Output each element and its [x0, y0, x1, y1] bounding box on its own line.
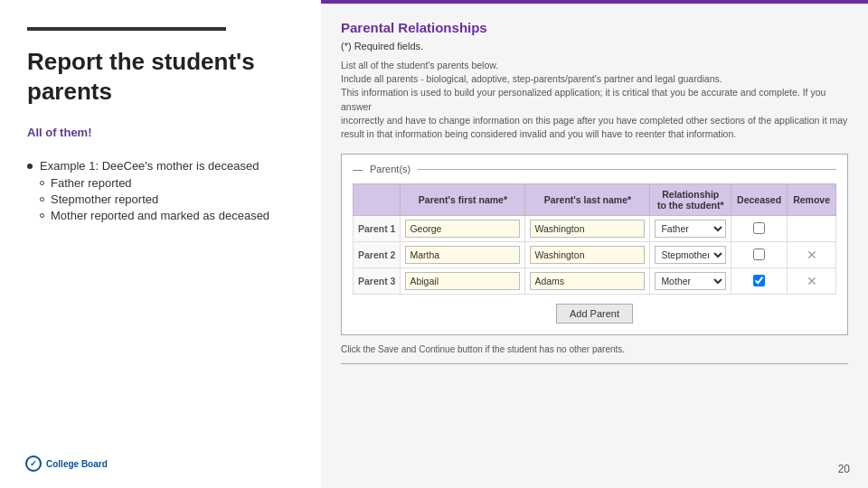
- form-title: Parental Relationships: [341, 20, 848, 35]
- subtitle: All of them!: [27, 126, 294, 139]
- section-header-label: —: [353, 164, 363, 174]
- example-label: Example 1: DeeCee's mother is deceased: [40, 159, 259, 173]
- page-number: 20: [838, 463, 850, 475]
- bullet-dot: [27, 164, 33, 169]
- left-panel: Report the student's parents All of them…: [0, 0, 321, 488]
- relationship-cell-1[interactable]: Father Mother Stepmother Stepfather: [650, 216, 731, 242]
- table-row: Parent 1 Father Mother Stepmother: [354, 216, 836, 242]
- row-label-1: Parent 1: [354, 216, 401, 242]
- sub-list-item: Mother reported and marked as deceased: [40, 209, 269, 222]
- deceased-cell-2[interactable]: [731, 242, 788, 268]
- deceased-cell-1[interactable]: [731, 216, 788, 242]
- required-note: (*) Required fields.: [341, 41, 848, 52]
- row-label-3: Parent 3: [354, 268, 401, 295]
- bullet-2: Stepmother reported: [51, 192, 158, 206]
- parents-section: — Parent(s) Parent's first name* Parent'…: [341, 154, 848, 335]
- right-content: Parental Relationships (*) Required fiel…: [321, 4, 868, 377]
- remove-cell-1: [788, 216, 836, 242]
- main-bullet-list: Example 1: DeeCee's mother is deceased F…: [27, 159, 294, 230]
- table-header-row: Parent's first name* Parent's last name*…: [354, 184, 836, 216]
- col-header-remove: Remove: [788, 184, 836, 216]
- first-name-input-1[interactable]: [405, 220, 520, 238]
- last-name-input-3[interactable]: [530, 272, 645, 290]
- last-name-cell-3[interactable]: [525, 268, 650, 295]
- right-panel: Parental Relationships (*) Required fiel…: [321, 0, 868, 488]
- slide-title: Report the student's parents: [27, 47, 294, 106]
- college-board-logo: ✓ College Board: [25, 455, 108, 472]
- relationship-select-3[interactable]: Father Mother Stepmother Stepfather: [655, 272, 726, 290]
- col-header-first-name: Parent's first name*: [401, 184, 525, 216]
- add-parent-button[interactable]: Add Parent: [556, 304, 633, 324]
- relationship-cell-2[interactable]: Father Mother Stepmother Stepfather: [650, 242, 731, 268]
- deceased-cell-3[interactable]: [731, 268, 788, 295]
- col-header-relationship: Relationshipto the student*: [650, 184, 731, 216]
- sub-list-item: Father reported: [40, 176, 269, 190]
- sub-list-item: Stepmother reported: [40, 192, 269, 206]
- first-name-input-3[interactable]: [405, 272, 520, 290]
- parents-table: Parent's first name* Parent's last name*…: [353, 183, 836, 295]
- bullet-3: Mother reported and marked as deceased: [51, 209, 269, 222]
- first-name-cell-2[interactable]: [401, 242, 525, 268]
- section-header: — Parent(s): [353, 164, 836, 174]
- row-label-2: Parent 2: [354, 242, 401, 268]
- bottom-note: Click the Save and Continue button if th…: [341, 344, 848, 354]
- last-name-input-2[interactable]: [530, 246, 645, 264]
- last-name-cell-2[interactable]: [525, 242, 650, 268]
- table-row: Parent 3 Father Mother Stepmother: [354, 268, 836, 295]
- col-header-last-name: Parent's last name*: [525, 184, 650, 216]
- relationship-select-2[interactable]: Father Mother Stepmother Stepfather: [655, 246, 726, 264]
- list-item: Example 1: DeeCee's mother is deceased F…: [27, 159, 294, 225]
- sub-bullet-dot: [40, 213, 44, 218]
- deceased-checkbox-1[interactable]: [753, 222, 765, 234]
- sub-bullet-list: Father reported Stepmother reported Moth…: [40, 176, 269, 222]
- relationship-cell-3[interactable]: Father Mother Stepmother Stepfather: [650, 268, 731, 295]
- col-header-deceased: Deceased: [731, 184, 788, 216]
- last-name-input-1[interactable]: [530, 220, 645, 238]
- bottom-line: [341, 363, 848, 364]
- deceased-checkbox-2[interactable]: [753, 249, 765, 260]
- first-name-input-2[interactable]: [405, 246, 520, 264]
- sub-bullet-dot: [40, 181, 44, 185]
- top-bar-decoration: [27, 27, 226, 31]
- section-header-text: Parent(s): [370, 164, 410, 174]
- remove-cell-2[interactable]: ✕: [788, 242, 836, 268]
- relationship-select-1[interactable]: Father Mother Stepmother Stepfather: [655, 220, 726, 238]
- section-header-line: [418, 169, 836, 170]
- first-name-cell-3[interactable]: [401, 268, 525, 295]
- cb-icon: ✓: [25, 455, 42, 472]
- cb-text: College Board: [46, 459, 108, 469]
- deceased-checkbox-3[interactable]: [753, 275, 765, 286]
- sub-bullet-dot: [40, 197, 44, 202]
- instructions-text: List all of the student's parents below.…: [341, 59, 848, 141]
- first-name-cell-1[interactable]: [401, 216, 525, 242]
- remove-cell-3[interactable]: ✕: [788, 268, 836, 295]
- table-row: Parent 2 Father Mother Stepmother: [354, 242, 836, 268]
- col-header-empty: [354, 184, 401, 216]
- bullet-1: Father reported: [51, 176, 132, 190]
- last-name-cell-1[interactable]: [525, 216, 650, 242]
